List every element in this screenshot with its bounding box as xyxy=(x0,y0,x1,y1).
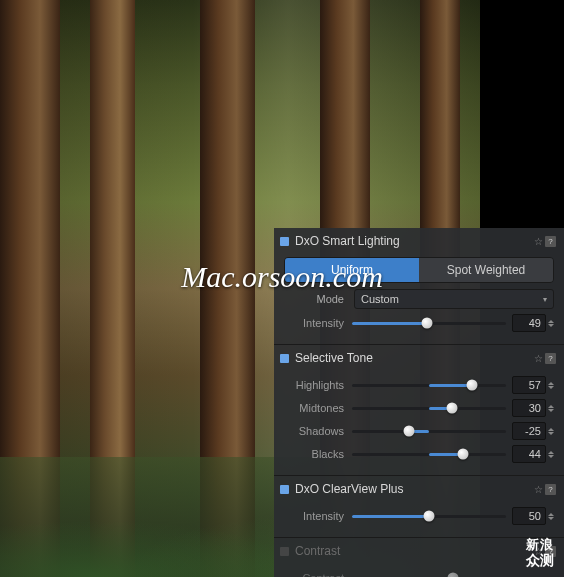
mode-select[interactable]: Custom ▾ xyxy=(354,289,554,309)
midtones-slider[interactable] xyxy=(352,407,506,410)
shadows-value[interactable]: -25 xyxy=(512,422,546,440)
section-header-contrast[interactable]: Contrast ? xyxy=(274,537,564,561)
slider-thumb[interactable] xyxy=(403,426,414,437)
stepper-down-icon[interactable] xyxy=(548,432,554,435)
stepper-up-icon[interactable] xyxy=(548,451,554,454)
section-title: Contrast xyxy=(295,544,534,558)
stepper-up-icon[interactable] xyxy=(548,382,554,385)
contrast-label: Contrast xyxy=(284,572,344,577)
midtones-label: Midtones xyxy=(284,402,344,414)
slider-thumb[interactable] xyxy=(467,380,478,391)
section-header-selective-tone[interactable]: Selective Tone ? xyxy=(274,344,564,368)
midtones-value[interactable]: 30 xyxy=(512,399,546,417)
cv-intensity-label: Intensity xyxy=(284,510,344,522)
shadows-label: Shadows xyxy=(284,425,344,437)
stepper-down-icon[interactable] xyxy=(548,386,554,389)
toggle-selective-tone[interactable] xyxy=(280,354,289,363)
star-icon[interactable] xyxy=(534,353,543,364)
blacks-slider[interactable] xyxy=(352,453,506,456)
stepper-down-icon[interactable] xyxy=(548,324,554,327)
brand-line2: 众测 xyxy=(526,552,554,569)
highlights-slider[interactable] xyxy=(352,384,506,387)
intensity-label: Intensity xyxy=(284,317,344,329)
section-header-clearview[interactable]: DxO ClearView Plus ? xyxy=(274,475,564,499)
mode-value: Custom xyxy=(361,293,399,305)
blacks-value[interactable]: 44 xyxy=(512,445,546,463)
toggle-contrast[interactable] xyxy=(280,547,289,556)
stepper-down-icon[interactable] xyxy=(548,409,554,412)
toggle-clearview[interactable] xyxy=(280,485,289,494)
shadows-slider[interactable] xyxy=(352,430,506,433)
brand-logo: 新浪 众测 xyxy=(526,537,554,569)
slider-thumb[interactable] xyxy=(424,511,435,522)
spot-weighted-tab[interactable]: Spot Weighted xyxy=(419,258,553,282)
slider-thumb[interactable] xyxy=(457,449,468,460)
star-icon[interactable] xyxy=(534,236,543,247)
toggle-smart-lighting[interactable] xyxy=(280,237,289,246)
stepper-down-icon[interactable] xyxy=(548,455,554,458)
stepper-up-icon[interactable] xyxy=(548,320,554,323)
intensity-value[interactable]: 49 xyxy=(512,314,546,332)
help-icon[interactable]: ? xyxy=(545,484,556,495)
cv-intensity-slider[interactable] xyxy=(352,515,506,518)
stepper-down-icon[interactable] xyxy=(548,517,554,520)
highlights-label: Highlights xyxy=(284,379,344,391)
slider-thumb[interactable] xyxy=(422,318,433,329)
section-title: Selective Tone xyxy=(295,351,534,365)
cv-intensity-value[interactable]: 50 xyxy=(512,507,546,525)
section-title: DxO Smart Lighting xyxy=(295,234,534,248)
help-icon[interactable]: ? xyxy=(545,353,556,364)
chevron-down-icon: ▾ xyxy=(543,295,547,304)
blacks-label: Blacks xyxy=(284,448,344,460)
brand-line1: 新浪 xyxy=(526,537,554,553)
section-title: DxO ClearView Plus xyxy=(295,482,534,496)
stepper-up-icon[interactable] xyxy=(548,513,554,516)
stepper-up-icon[interactable] xyxy=(548,428,554,431)
highlights-value[interactable]: 57 xyxy=(512,376,546,394)
help-icon[interactable]: ? xyxy=(545,236,556,247)
intensity-slider[interactable] xyxy=(352,322,506,325)
slider-thumb[interactable] xyxy=(447,403,458,414)
stepper-up-icon[interactable] xyxy=(548,405,554,408)
section-header-smart-lighting[interactable]: DxO Smart Lighting ? xyxy=(274,228,564,251)
star-icon[interactable] xyxy=(534,484,543,495)
mode-label: Mode xyxy=(284,293,344,305)
watermark-text: Mac.orsoon.com xyxy=(181,260,383,294)
slider-thumb[interactable] xyxy=(448,573,459,578)
